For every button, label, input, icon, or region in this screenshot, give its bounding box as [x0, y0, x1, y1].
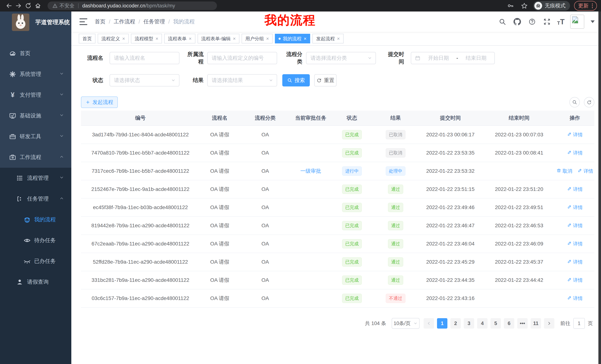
close-icon[interactable]: × — [266, 36, 269, 41]
page-button-6[interactable]: 6 — [504, 318, 514, 329]
jump-suffix: 页 — [588, 320, 593, 327]
browser-update-button[interactable]: 更新 — [574, 1, 597, 10]
key-icon[interactable] — [506, 1, 515, 10]
status-badge: 进行中 — [342, 166, 362, 176]
close-icon[interactable]: × — [189, 36, 191, 41]
page-button-4[interactable]: 4 — [477, 318, 488, 329]
详情-action-link[interactable]: 详情 — [567, 186, 583, 192]
tab-流程定义[interactable]: 流程定义× — [98, 34, 129, 43]
home-icon[interactable] — [33, 1, 43, 10]
tab-我的流程[interactable]: 我的流程× — [275, 34, 310, 43]
prev-page-button[interactable] — [424, 318, 434, 329]
page-size-select[interactable]: 10条/页 — [392, 318, 420, 329]
process-def-input[interactable] — [207, 52, 277, 64]
sidebar-item-首页[interactable]: 首页 — [0, 43, 71, 64]
tab-流程表单[interactable]: 流程表单× — [164, 34, 195, 43]
row-process-name: OA 请假 — [200, 149, 240, 156]
process-name-input[interactable] — [110, 52, 180, 64]
sidebar-item-待办任务[interactable]: 待办任务 — [0, 230, 71, 251]
close-icon[interactable]: × — [304, 36, 306, 41]
scrollbar[interactable] — [598, 11, 601, 364]
next-page-button[interactable] — [544, 318, 554, 329]
reset-button[interactable]: 重置 — [314, 74, 337, 86]
breadcrumb-item[interactable]: 任务管理 — [143, 18, 165, 25]
sidebar-item-基础设施[interactable]: 基础设施 — [0, 105, 71, 126]
status-select[interactable]: 请选择状态 — [110, 74, 180, 86]
sidebar-item-系统管理[interactable]: 系统管理 — [0, 64, 71, 85]
详情-action-link[interactable]: 详情 — [567, 150, 583, 156]
show-search-button[interactable] — [570, 97, 580, 107]
sidebar-item-流程管理[interactable]: 流程管理 — [0, 168, 71, 189]
tab-流程表单-编辑[interactable]: 流程表单-编辑× — [198, 34, 240, 43]
sidebar-item-任务管理[interactable]: 任务管理 — [0, 189, 71, 209]
sidebar-item-研发工具[interactable]: 研发工具 — [0, 126, 71, 147]
page-button-3[interactable]: 3 — [464, 318, 474, 329]
logo-row[interactable]: 芋道管理系统 — [0, 11, 71, 33]
tab-用户分组[interactable]: 用户分组× — [242, 34, 273, 43]
row-end-time: 2022-01-22 23:49:51 — [483, 204, 555, 211]
jump-page-input[interactable] — [573, 318, 585, 329]
action-label: 详情 — [573, 295, 583, 302]
search-button[interactable]: 搜索 — [282, 74, 310, 86]
close-icon[interactable]: × — [337, 36, 340, 41]
page-button-11[interactable]: 11 — [531, 318, 541, 329]
back-icon[interactable] — [4, 1, 14, 10]
reload-icon[interactable] — [23, 1, 33, 10]
sidebar-item-我的流程[interactable]: 我的流程 — [0, 209, 71, 230]
breadcrumb-item[interactable]: 工作流程 — [114, 18, 135, 25]
close-icon[interactable]: × — [122, 36, 125, 41]
详情-action-link[interactable]: 详情 — [567, 132, 583, 138]
url-host[interactable]: dashboard.yudao.iocoder.cn — [82, 3, 145, 9]
详情-action-link[interactable]: 详情 — [567, 277, 583, 284]
详情-action-link[interactable]: 详情 — [577, 168, 593, 174]
category-select[interactable]: 请选择流程分类 — [306, 52, 376, 64]
详情-action-link[interactable]: 详情 — [567, 259, 583, 265]
sidebar-item-label: 支付管理 — [20, 91, 41, 99]
end-date-placeholder[interactable]: 结束日期 — [461, 55, 491, 62]
hamburger-icon[interactable] — [80, 18, 87, 25]
forward-icon[interactable] — [14, 1, 23, 10]
create-process-button[interactable]: 发起流程 — [81, 96, 118, 108]
refresh-table-button[interactable] — [584, 97, 594, 107]
security-label[interactable]: 不安全 — [60, 2, 74, 9]
详情-action-link[interactable]: 详情 — [567, 241, 583, 247]
bookmark-star-icon[interactable] — [520, 1, 529, 10]
row-category: OA — [240, 168, 291, 174]
url-bar[interactable]: 不安全 dashboard.yudao.iocoder.cn/bpm/task/… — [48, 1, 217, 10]
submit-time-range[interactable]: 开始日期 - 结束日期 — [411, 52, 495, 64]
page-button-1[interactable]: 1 — [437, 318, 447, 329]
sidebar-item-工作流程[interactable]: 工作流程 — [0, 147, 71, 168]
tab-流程模型[interactable]: 流程模型× — [131, 34, 162, 43]
close-icon[interactable]: × — [233, 36, 236, 41]
current-task-link[interactable]: 一级审批 — [300, 168, 321, 174]
fullscreen-icon[interactable] — [542, 17, 551, 26]
breadcrumb-item[interactable]: 首页 — [95, 18, 105, 25]
sidebar-item-支付管理[interactable]: ¥支付管理 — [0, 85, 71, 105]
tree-list-icon — [16, 174, 24, 182]
page-ellipsis[interactable]: ••• — [517, 318, 528, 329]
sidebar-item-label: 待办任务 — [34, 237, 56, 244]
browser-menu-icon[interactable] — [592, 3, 593, 8]
table-row: 52ffd28e-7b9a-11ec-a290-acde48001122OA 请… — [81, 253, 594, 271]
详情-action-link[interactable]: 详情 — [567, 204, 583, 211]
process-table: 编号流程名流程分类当前审批任务状态结果提交时间结束时间操作 3ad174fb-7… — [81, 111, 594, 308]
url-path[interactable]: /bpm/task/my — [145, 3, 175, 9]
tab-发起流程[interactable]: 发起流程× — [312, 34, 343, 43]
page-button-2[interactable]: 2 — [450, 318, 461, 329]
start-date-placeholder[interactable]: 开始日期 — [424, 55, 453, 62]
github-icon[interactable] — [513, 17, 522, 26]
sidebar-item-请假查询[interactable]: 请假查询 — [0, 272, 71, 292]
tab-首页[interactable]: 首页 — [79, 34, 95, 43]
sidebar-item-已办任务[interactable]: 已办任务 — [0, 251, 71, 272]
详情-action-link[interactable]: 详情 — [567, 222, 583, 229]
help-icon[interactable] — [527, 17, 537, 26]
详情-action-link[interactable]: 详情 — [567, 295, 583, 302]
search-icon[interactable] — [498, 17, 507, 26]
page-button-5[interactable]: 5 — [491, 318, 501, 329]
result-select[interactable]: 请选择流结果 — [207, 74, 277, 86]
取消-action-link[interactable]: 取消 — [556, 168, 572, 174]
close-icon[interactable]: × — [155, 36, 158, 41]
chevron-down-icon[interactable] — [591, 20, 595, 23]
font-size-icon[interactable]: TT — [557, 18, 565, 25]
avatar[interactable] — [570, 15, 584, 29]
